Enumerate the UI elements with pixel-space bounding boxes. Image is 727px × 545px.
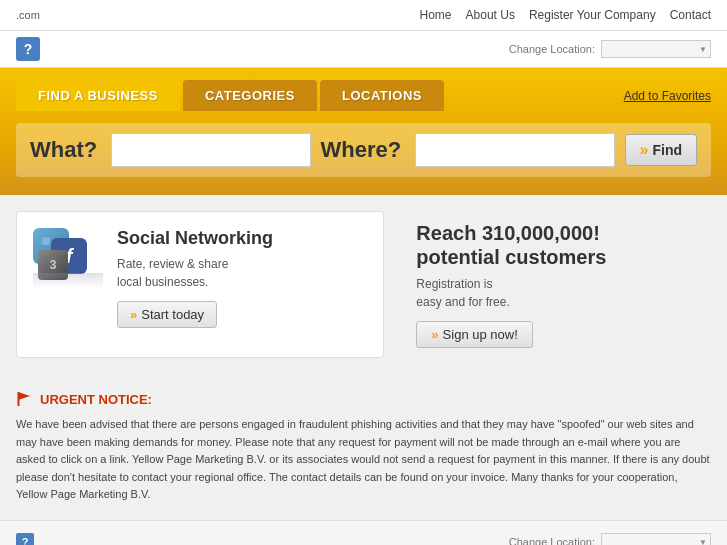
- start-today-button[interactable]: » Start today: [117, 301, 217, 328]
- social-title: Social Networking: [117, 228, 273, 249]
- location-bar: Change Location:: [509, 40, 711, 58]
- flag-icon: [16, 390, 32, 408]
- svg-rect-0: [42, 237, 50, 245]
- urgent-section: URGENT NOTICE: We have been advised that…: [0, 390, 727, 520]
- tab-find-business[interactable]: FIND A BUSINESS: [16, 80, 180, 111]
- footer: ? Home | About Us | Register Your Compan…: [0, 520, 727, 545]
- reach-sub: Registration iseasy and for free.: [416, 275, 695, 311]
- nav-home[interactable]: Home: [420, 8, 452, 22]
- start-today-label: Start today: [141, 307, 204, 322]
- location-select[interactable]: [601, 40, 711, 58]
- where-label: Where?: [321, 137, 402, 163]
- site-domain: .com: [16, 9, 40, 21]
- nav-about[interactable]: About Us: [466, 8, 515, 22]
- what-input[interactable]: [111, 133, 310, 167]
- footer-left: ? Home | About Us | Register Your Compan…: [16, 533, 426, 545]
- nav-contact[interactable]: Contact: [670, 8, 711, 22]
- svg-marker-4: [18, 392, 30, 400]
- find-button-label: Find: [652, 142, 682, 158]
- footer-location-label: Change Location:: [509, 536, 595, 545]
- what-label: What?: [30, 137, 97, 163]
- search-tabs: FIND A BUSINESS CATEGORIES LOCATIONS Add…: [16, 80, 711, 111]
- top-nav-bar: .com Home About Us Register Your Company…: [0, 0, 727, 31]
- social-icon-stack: f 3: [33, 228, 103, 288]
- social-text: Social Networking Rate, review & sharelo…: [117, 228, 273, 328]
- reach-headline: Reach 310,000,000!potential customers: [416, 221, 695, 269]
- nav-register[interactable]: Register Your Company: [529, 8, 656, 22]
- svg-rect-5: [18, 392, 20, 406]
- urgent-header: URGENT NOTICE:: [16, 390, 711, 408]
- social-description: Rate, review & sharelocal businesses.: [117, 255, 273, 291]
- icon-reflection: [33, 273, 103, 288]
- content-area: f 3 Social Networking Rate, review & sha…: [0, 195, 727, 390]
- top-nav-links: Home About Us Register Your Company Cont…: [420, 8, 711, 22]
- footer-location-select-wrapper[interactable]: [601, 533, 711, 545]
- location-select-wrapper[interactable]: [601, 40, 711, 58]
- urgent-body: We have been advised that there are pers…: [16, 416, 711, 504]
- search-bar: What? Where? » Find: [16, 123, 711, 177]
- where-input[interactable]: [415, 133, 614, 167]
- urgent-title: URGENT NOTICE:: [40, 392, 152, 407]
- social-card: f 3 Social Networking Rate, review & sha…: [16, 211, 384, 358]
- start-chevrons-icon: »: [130, 307, 137, 322]
- signup-label: Sign up now!: [443, 327, 518, 342]
- find-chevrons-icon: »: [640, 141, 649, 159]
- footer-right: Change Location:: [509, 533, 711, 545]
- footer-location-select[interactable]: [601, 533, 711, 545]
- tab-categories[interactable]: CATEGORIES: [183, 80, 317, 111]
- find-button[interactable]: » Find: [625, 134, 697, 166]
- footer-logo: ?: [16, 533, 426, 545]
- footer-logo-icon: ?: [16, 533, 34, 545]
- reach-card: Reach 310,000,000!potential customers Re…: [400, 211, 711, 358]
- main-search-section: FIND A BUSINESS CATEGORIES LOCATIONS Add…: [0, 68, 727, 195]
- logo-bar: ? Change Location:: [0, 31, 727, 68]
- tab-locations[interactable]: LOCATIONS: [320, 80, 444, 111]
- signup-button[interactable]: » Sign up now!: [416, 321, 532, 348]
- cards-row: f 3 Social Networking Rate, review & sha…: [16, 211, 711, 358]
- add-favorites-link[interactable]: Add to Favorites: [624, 89, 711, 111]
- logo-icon: ?: [16, 37, 40, 61]
- signup-chevrons-icon: »: [431, 327, 438, 342]
- location-label: Change Location:: [509, 43, 595, 55]
